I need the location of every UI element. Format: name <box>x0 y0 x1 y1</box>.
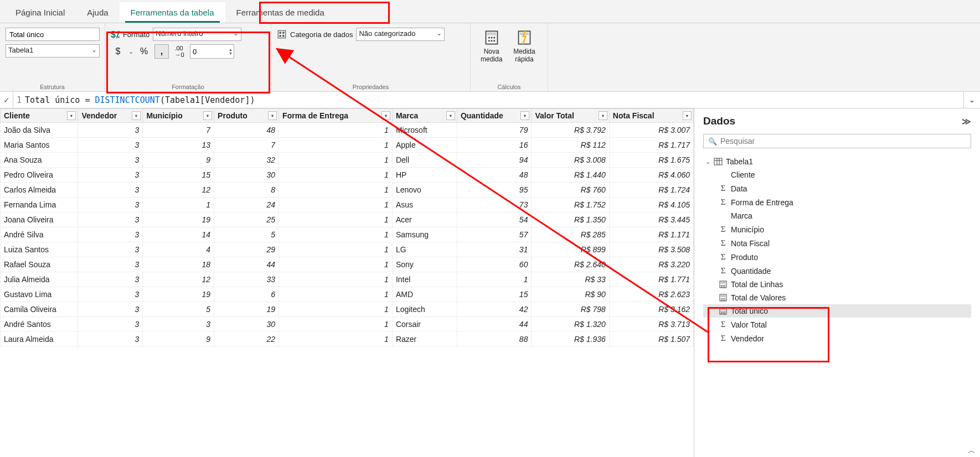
field-item[interactable]: Cliente <box>703 168 971 181</box>
table-row[interactable]: Gustavo Lima31961AMD15R$ 90R$ 2.623 <box>1 287 694 302</box>
table-row[interactable]: Pedro Oliveira315301HP48R$ 1.440R$ 4.060 <box>1 168 694 183</box>
cell[interactable]: Joana Oliveira <box>1 212 78 227</box>
cell[interactable]: Asus <box>392 198 457 212</box>
cell[interactable]: 1 <box>279 332 393 347</box>
table-row[interactable]: André Silva31451Samsung57R$ 285R$ 1.171 <box>1 227 694 242</box>
data-category-select[interactable]: Não categorizado <box>356 28 445 41</box>
cell[interactable]: 1 <box>279 183 393 198</box>
cell[interactable]: Dell <box>392 153 457 168</box>
cell[interactable]: 1 <box>279 138 393 153</box>
cell[interactable]: 5 <box>214 227 279 242</box>
cell[interactable]: Carlos Almeida <box>1 183 78 198</box>
cell[interactable]: 94 <box>457 153 532 168</box>
column-filter-icon[interactable]: ▾ <box>268 111 277 120</box>
cell[interactable]: R$ 2.623 <box>609 287 693 302</box>
cell[interactable]: 12 <box>143 183 214 198</box>
format-select[interactable]: Número inteiro <box>153 28 241 41</box>
column-header[interactable]: Forma de Entrega▾ <box>279 109 393 123</box>
column-header[interactable]: Produto▾ <box>214 109 279 123</box>
cell[interactable]: 5 <box>143 302 214 317</box>
cell[interactable]: 19 <box>143 212 214 227</box>
column-header[interactable]: Município▾ <box>143 109 214 123</box>
cell[interactable]: 12 <box>143 272 214 287</box>
field-item[interactable]: Total único <box>703 304 971 318</box>
table-row[interactable]: Laura Almeida39221Razer88R$ 1.936R$ 1.50… <box>1 332 694 347</box>
field-item[interactable]: ΣForma de Entrega <box>703 195 971 209</box>
cell[interactable]: R$ 760 <box>532 183 609 198</box>
cell[interactable]: R$ 1.724 <box>609 183 693 198</box>
cell[interactable]: 3 <box>78 317 143 332</box>
cell[interactable]: Maria Santos <box>1 138 78 153</box>
cell[interactable]: 7 <box>214 138 279 153</box>
cell[interactable]: Sony <box>392 257 457 272</box>
cell[interactable]: R$ 1.171 <box>609 227 693 242</box>
cell[interactable]: R$ 1.440 <box>532 168 609 183</box>
quick-measure-button[interactable]: Medidarápida <box>509 28 539 65</box>
cell[interactable]: Rafael Souza <box>1 257 78 272</box>
cell[interactable]: 13 <box>143 138 214 153</box>
cell[interactable]: 44 <box>457 317 532 332</box>
column-filter-icon[interactable]: ▾ <box>67 111 76 120</box>
currency-button[interactable]: $ <box>111 44 125 59</box>
table-node[interactable]: ⌄Tabela1 <box>703 155 971 168</box>
cell[interactable]: 3 <box>78 198 143 212</box>
cell[interactable]: 1 <box>279 198 393 212</box>
cell[interactable]: 9 <box>143 153 214 168</box>
formula-input[interactable]: 1 Total único = DISTINCTCOUNT(Tabela1[Ve… <box>13 92 963 108</box>
tab-measure-tools[interactable]: Ferramentas de medida <box>225 2 336 23</box>
cell[interactable]: Fernanda Lima <box>1 198 78 212</box>
column-filter-icon[interactable]: ▾ <box>520 111 529 120</box>
cell[interactable]: 73 <box>457 198 532 212</box>
cell[interactable]: Acer <box>392 212 457 227</box>
currency-dropdown-icon[interactable]: ⌄ <box>128 48 133 55</box>
percent-button[interactable]: % <box>137 44 151 59</box>
cell[interactable]: João da Silva <box>1 123 78 138</box>
cell[interactable]: 1 <box>279 212 393 227</box>
cell[interactable]: R$ 3.007 <box>609 123 693 138</box>
field-item[interactable]: ΣData <box>703 181 971 195</box>
cell[interactable]: 18 <box>143 257 214 272</box>
cell[interactable]: R$ 285 <box>532 227 609 242</box>
cell[interactable]: R$ 3.162 <box>609 302 693 317</box>
cell[interactable]: 57 <box>457 227 532 242</box>
cell[interactable]: 16 <box>457 138 532 153</box>
cell[interactable]: 3 <box>78 257 143 272</box>
cell[interactable]: 7 <box>143 123 214 138</box>
field-item[interactable]: Total de Linhas <box>703 278 971 291</box>
cell[interactable]: Lenovo <box>392 183 457 198</box>
cell[interactable]: 1 <box>279 227 393 242</box>
cell[interactable]: Logitech <box>392 302 457 317</box>
column-header[interactable]: Valor Total▾ <box>532 109 609 123</box>
cell[interactable]: 1 <box>457 272 532 287</box>
cell[interactable]: 33 <box>214 272 279 287</box>
cell[interactable]: R$ 3.220 <box>609 257 693 272</box>
cell[interactable]: 44 <box>214 257 279 272</box>
cell[interactable]: André Silva <box>1 227 78 242</box>
column-filter-icon[interactable]: ▾ <box>446 111 455 120</box>
cell[interactable]: 3 <box>78 123 143 138</box>
tab-table-tools[interactable]: Ferramentas da tabela <box>120 2 225 23</box>
cell[interactable]: 3 <box>143 317 214 332</box>
cell[interactable]: Razer <box>392 332 457 347</box>
decimal-shift-button[interactable]: .00→0 <box>172 44 187 59</box>
cell[interactable]: Apple <box>392 138 457 153</box>
field-item[interactable]: ΣProduto <box>703 250 971 264</box>
thousands-separator-button[interactable]: , <box>154 44 169 59</box>
cell[interactable]: R$ 4.105 <box>609 198 693 212</box>
cell[interactable]: R$ 1.320 <box>532 317 609 332</box>
table-row[interactable]: João da Silva37481Microsoft79R$ 3.792R$ … <box>1 123 694 138</box>
tab-home[interactable]: Página Inicial <box>4 2 76 23</box>
formula-expand-button[interactable]: ⌄ <box>963 92 980 108</box>
table-row[interactable]: Fernanda Lima31241Asus73R$ 1.752R$ 4.105 <box>1 198 694 212</box>
column-filter-icon[interactable]: ▾ <box>599 111 607 120</box>
cell[interactable]: 1 <box>143 198 214 212</box>
cell[interactable]: 15 <box>143 168 214 183</box>
field-item[interactable]: ΣMunicípio <box>703 222 971 236</box>
cell[interactable]: R$ 798 <box>532 302 609 317</box>
cell[interactable]: R$ 3.445 <box>609 212 693 227</box>
field-item[interactable]: ΣQuantidade <box>703 264 971 278</box>
cell[interactable]: R$ 3.508 <box>609 242 693 257</box>
fields-search-input[interactable] <box>720 137 966 146</box>
cell[interactable]: 1 <box>279 123 393 138</box>
cell[interactable]: Luiza Santos <box>1 242 78 257</box>
